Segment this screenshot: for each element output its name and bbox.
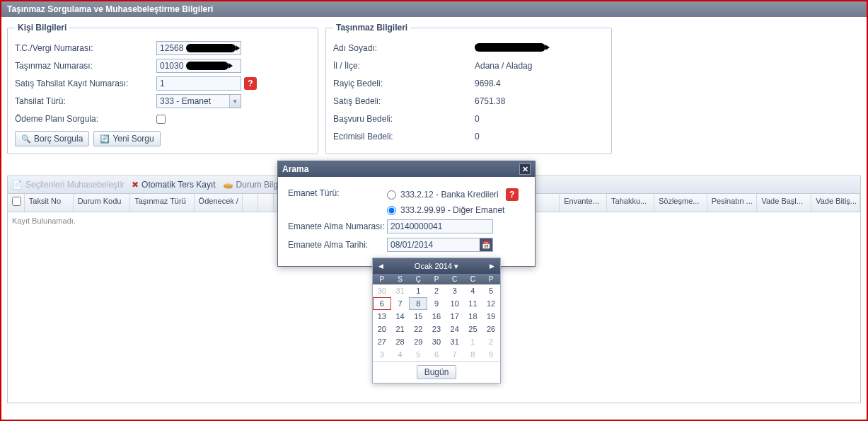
grid-col[interactable] <box>8 194 25 212</box>
calendar-grid: 3031123456789101112131415161718192021222… <box>373 284 500 361</box>
banka-kredileri-label: 333.2.12 - Banka Kredileri <box>400 190 499 200</box>
calendar-day[interactable]: 1 <box>409 284 427 297</box>
close-icon[interactable]: ✕ <box>519 163 531 175</box>
ecrimisil-label: Ecrimisil Bedeli: <box>333 132 475 142</box>
calendar-day[interactable]: 21 <box>391 323 410 335</box>
calendar-day[interactable]: 27 <box>373 335 391 348</box>
calendar-day[interactable]: 14 <box>391 310 410 323</box>
calendar-day[interactable]: 8 <box>409 297 427 310</box>
emanet-numara-input[interactable] <box>387 219 493 233</box>
calendar-day[interactable]: 11 <box>464 297 482 310</box>
otomatik-label: Otomatik Ters Kayıt <box>141 180 215 190</box>
grid-col[interactable]: Taşınmaz Türü <box>130 194 194 212</box>
calendar-day[interactable]: 10 <box>446 297 464 310</box>
calendar-day[interactable]: 20 <box>373 323 391 335</box>
tc-label: T.C./Vergi Numarası: <box>15 43 156 53</box>
next-month-button[interactable]: ▶ <box>487 261 497 271</box>
calendar-day[interactable]: 4 <box>391 348 410 361</box>
calendar-day[interactable]: 25 <box>464 323 482 335</box>
calendar-month-label[interactable]: Ocak 2014 ▾ <box>415 262 458 271</box>
grid-col[interactable]: Ödenecek / <box>195 194 243 212</box>
calendar-day[interactable]: 31 <box>391 284 410 297</box>
il-label: İl / İlçe: <box>333 61 475 71</box>
odeme-checkbox[interactable] <box>156 115 166 124</box>
help-icon[interactable]: ? <box>244 77 257 90</box>
basvuru-value: 0 <box>475 114 604 124</box>
grid-col[interactable]: Durum Kodu <box>74 194 131 212</box>
emanet-tarih-input[interactable] <box>387 238 493 252</box>
grid-col[interactable] <box>243 194 258 212</box>
otomatik-ters-button[interactable]: ✖ Otomatik Ters Kayıt <box>132 180 215 190</box>
x-icon: ✖ <box>132 180 139 190</box>
yeni-sorgu-label: Yeni Sorgu <box>112 134 154 144</box>
day-of-week-row: PSÇPCCP <box>373 274 500 284</box>
calendar-day[interactable]: 6 <box>373 297 391 310</box>
grid-col[interactable]: Envante... <box>560 194 607 212</box>
rayic-value: 9698.4 <box>475 79 604 88</box>
yeni-sorgu-button[interactable]: 🔄 Yeni Sorgu <box>93 131 160 146</box>
calendar-day[interactable]: 3 <box>373 348 391 361</box>
today-button[interactable]: Bugün <box>417 365 457 379</box>
grid-col[interactable]: Taksit No <box>25 194 74 212</box>
pie-icon: 🥧 <box>223 180 233 190</box>
calendar-day[interactable]: 9 <box>482 348 500 361</box>
secilen-muhasebe-button[interactable]: 📄 Seçilenleri Muhasebeleştir <box>12 180 125 190</box>
calendar-day[interactable]: 18 <box>464 310 482 323</box>
calendar-icon[interactable]: 📅 <box>480 238 492 251</box>
dow-cell: P <box>373 274 391 284</box>
kisi-legend: Kişi Bilgileri <box>15 23 69 33</box>
odeme-label: Ödeme Planı Sorgula: <box>15 114 156 124</box>
calendar-day[interactable]: 22 <box>409 323 427 335</box>
calendar-day[interactable]: 4 <box>464 284 482 297</box>
calendar-day[interactable]: 8 <box>464 348 482 361</box>
calendar-day[interactable]: 7 <box>391 297 410 310</box>
calendar-day[interactable]: 3 <box>446 284 464 297</box>
select-all-checkbox[interactable] <box>12 197 21 206</box>
grid-col[interactable]: Vade Bitiş... <box>811 194 860 212</box>
calendar-day[interactable]: 12 <box>482 297 500 310</box>
list-icon: 📄 <box>12 180 23 190</box>
dow-cell: C <box>446 274 464 284</box>
grid-col[interactable]: Sözleşme... <box>654 194 707 212</box>
help-icon[interactable]: ? <box>506 188 519 201</box>
grid-col[interactable]: Pesinatın ... <box>707 194 758 212</box>
satis-input[interactable] <box>156 76 241 91</box>
dow-cell: Ç <box>409 274 427 284</box>
dow-cell: P <box>482 274 500 284</box>
secilen-label: Seçilenleri Muhasebeleştir <box>25 180 125 190</box>
calendar-day[interactable]: 2 <box>427 284 446 297</box>
calendar-day[interactable]: 26 <box>482 323 500 335</box>
calendar-day[interactable]: 29 <box>409 335 427 348</box>
calendar-day[interactable]: 16 <box>427 310 446 323</box>
calendar-day[interactable]: 15 <box>409 310 427 323</box>
calendar-day[interactable]: 31 <box>446 335 464 348</box>
calendar-day[interactable]: 19 <box>482 310 500 323</box>
borc-sorgula-button[interactable]: 🔍 Borç Sorgula <box>15 131 89 146</box>
chevron-down-icon[interactable]: ▾ <box>229 95 241 108</box>
prev-month-button[interactable]: ◀ <box>376 261 386 271</box>
banka-kredileri-radio[interactable] <box>387 190 396 200</box>
diger-emanet-radio[interactable] <box>387 206 396 215</box>
calendar-day[interactable]: 6 <box>427 348 446 361</box>
grid-col[interactable]: Vade Başl... <box>757 194 811 212</box>
calendar-day[interactable]: 13 <box>373 310 391 323</box>
calendar-day[interactable]: 1 <box>464 335 482 348</box>
calendar-day[interactable]: 5 <box>409 348 427 361</box>
calendar-day[interactable]: 7 <box>446 348 464 361</box>
tahsilat-combo[interactable] <box>156 94 241 108</box>
dow-cell: C <box>464 274 482 284</box>
refresh-icon: 🔄 <box>100 134 110 144</box>
diger-emanet-label: 333.2.99.99 - Diğer Emanet <box>400 205 504 215</box>
grid-col[interactable]: Tahakku... <box>607 194 654 212</box>
calendar-day[interactable]: 9 <box>427 297 446 310</box>
calendar-day[interactable]: 5 <box>482 284 500 297</box>
grid-col[interactable] <box>258 194 274 212</box>
calendar-day[interactable]: 23 <box>427 323 446 335</box>
calendar-day[interactable]: 30 <box>373 284 391 297</box>
calendar-day[interactable]: 17 <box>446 310 464 323</box>
calendar-day[interactable]: 2 <box>482 335 500 348</box>
tasno-label: Taşınmaz Numarası: <box>15 61 156 71</box>
calendar-day[interactable]: 28 <box>391 335 410 348</box>
calendar-day[interactable]: 24 <box>446 323 464 335</box>
calendar-day[interactable]: 30 <box>427 335 446 348</box>
